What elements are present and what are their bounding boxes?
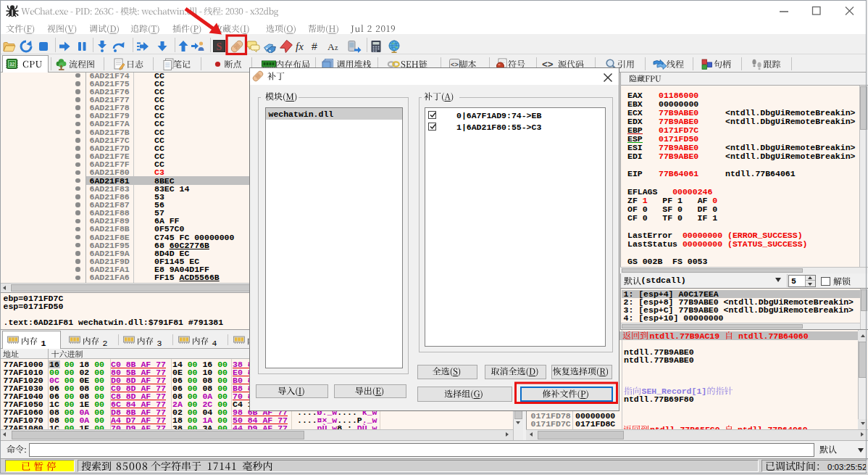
svg-text:S: S: [217, 41, 222, 52]
svg-text:z: z: [335, 44, 338, 51]
svg-text:32: 32: [9, 62, 15, 67]
svg-text:fx: fx: [296, 41, 304, 52]
svg-text:#: #: [312, 41, 317, 52]
svg-text:A: A: [327, 41, 335, 52]
